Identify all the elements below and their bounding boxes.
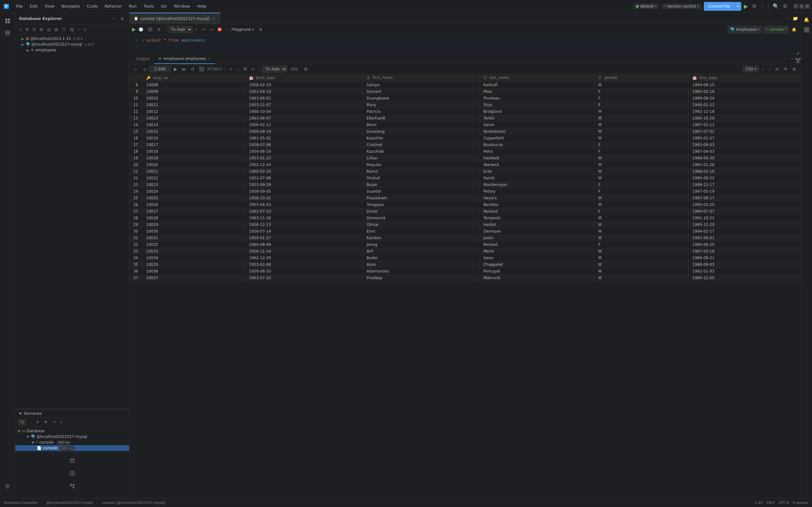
undo-btn[interactable]: ↩ <box>200 26 207 33</box>
connection-1[interactable]: ▶ 🖥 @localhost2023-1-15 0 of 4 <box>15 36 129 42</box>
tab-folder-btn[interactable]: 📁 <box>793 16 798 21</box>
services-up-btn[interactable]: ↑ <box>28 419 33 426</box>
current-file-dropdown[interactable]: ▾ <box>734 2 741 11</box>
table-row[interactable]: 35 10035 1953-02-08 Alain Chappelet M 19… <box>130 262 801 268</box>
transpose-btn[interactable]: ⇄ <box>774 66 780 72</box>
history-btn[interactable]: 🕐 <box>137 26 145 33</box>
tx-auto-select[interactable]: Tx: Auto <box>167 26 193 33</box>
table-row[interactable]: 10 10010 1963-06-01 Duangkaew Piveteau F… <box>130 95 801 102</box>
right-layout-btn[interactable] <box>802 25 811 34</box>
sidebar-link-btn[interactable]: ⛓ <box>68 26 75 33</box>
table-row[interactable]: 16 10016 1961-05-02 Kazuhito Cappelletti… <box>130 135 801 142</box>
ddl-button[interactable]: DDL <box>288 66 301 72</box>
results-tab-close-icon[interactable]: ✕ <box>208 57 211 60</box>
menu-navigate[interactable]: Navigate <box>58 3 83 10</box>
sidebar-add-btn[interactable]: + <box>18 26 23 33</box>
status-console[interactable]: console [@localhost2022327-mysql] <box>102 501 165 505</box>
editor-check-btn[interactable]: ✓ <box>796 51 801 57</box>
delete-row-btn[interactable]: − <box>235 66 241 72</box>
status-encoding[interactable]: UTF-8 <box>779 501 789 505</box>
settings-button[interactable]: ⚙ <box>781 3 789 9</box>
sidebar-collapse-btn[interactable]: ⊟ <box>46 26 52 33</box>
data-tx-select[interactable]: Tx: Auto <box>262 66 287 72</box>
table-row[interactable]: 21 10021 1960-02-20 Ramzi Erde M 1988-02… <box>130 168 801 175</box>
table-row[interactable]: 25 10025 1958-10-31 Prasadram Heyers M 1… <box>130 195 801 202</box>
first-page-btn[interactable]: ⏮ <box>132 66 140 72</box>
output-tab[interactable]: Output <box>132 54 154 64</box>
table-row[interactable]: 22 10022 1952-07-08 Shahaf Famili M 1995… <box>130 175 801 181</box>
table-row[interactable]: 18 10018 1954-06-19 Kazuhide Peha F 1987… <box>130 148 801 155</box>
menu-code[interactable]: Code <box>84 3 101 10</box>
employees-table[interactable]: ▶ 👁 employees <box>15 47 129 53</box>
global-run-button[interactable]: ▶ <box>743 3 750 10</box>
activity-settings2[interactable] <box>2 481 13 492</box>
default-selector[interactable]: ● default ▾ <box>633 3 659 9</box>
left-db-icon[interactable] <box>67 455 78 466</box>
results-more-btn[interactable]: ⋯ <box>790 56 794 61</box>
schema-selector[interactable]: ⚡ console ▾ <box>763 26 789 33</box>
sidebar-filter-btn[interactable]: ▽ <box>82 26 88 33</box>
table-row[interactable]: 8 10008 1958-02-19 Saniya Kalloufi M 199… <box>130 82 801 89</box>
activity-db[interactable] <box>2 27 13 39</box>
services-add2-btn[interactable]: + <box>59 419 64 426</box>
table-row[interactable]: 37 10037 1963-07-22 Pradeep Makrucki M 1… <box>130 275 801 281</box>
data-table-container[interactable]: 🔑 emp_no 📅 birth_date Ⓣ first_name <box>130 74 801 494</box>
sidebar-expand2-btn[interactable]: ⊞ <box>53 26 60 33</box>
run-query-button[interactable]: ▶ <box>132 26 136 32</box>
current-file-button[interactable]: Current File <box>704 2 734 11</box>
redo-btn[interactable]: ↪ <box>208 26 214 33</box>
table-row[interactable]: 14 10014 1956-02-12 Berni Genin M 1987-0… <box>130 122 801 128</box>
add-stmt-btn[interactable]: + <box>194 26 199 33</box>
notifications-btn[interactable]: 🔔 <box>790 26 798 33</box>
editor-tab-console[interactable]: 📋 console [@localhost2022327-mysql] ✕ <box>130 13 220 24</box>
sidebar-props-btn[interactable]: ⚙ <box>38 26 45 33</box>
status-conn[interactable]: @localhost2022327-mysql <box>46 501 93 505</box>
prev-page-btn[interactable]: ◀ <box>141 66 148 72</box>
table-row[interactable]: 30 10030 1958-07-14 Elvis Demeyer M 1994… <box>130 228 801 235</box>
table-view-btn[interactable]: ⊞ <box>258 26 264 33</box>
left-git-icon[interactable] <box>67 481 78 492</box>
minimize-button[interactable]: ─ <box>794 4 798 9</box>
data-tab[interactable]: ⊞ employees.employees ✕ <box>154 54 215 64</box>
sidebar-export-btn[interactable]: ↑ <box>76 26 82 33</box>
add-row-btn[interactable]: + <box>228 66 234 72</box>
menu-file[interactable]: File <box>13 3 26 10</box>
menu-tools[interactable]: Tools <box>141 3 157 10</box>
stop-load-btn[interactable]: ⬛ <box>197 66 206 72</box>
editor-diagram-btn[interactable] <box>796 58 801 64</box>
table-row[interactable]: 11 10011 1953-11-07 Mary Sluis F 1990-01… <box>130 102 801 108</box>
left-api-icon[interactable] <box>67 468 78 479</box>
services-close-btn[interactable]: ✕ <box>34 419 41 426</box>
playground-btn[interactable]: Playground ▾ <box>229 26 256 33</box>
upload-btn[interactable]: ↑ <box>767 66 772 72</box>
services-console-active-item[interactable]: 📄 console 980 ms <box>15 445 129 451</box>
csv-button[interactable]: CSV ▾ <box>743 66 759 72</box>
table-row[interactable]: 15 10015 1959-08-19 Guoxiang Nooteboom M… <box>130 128 801 135</box>
refresh-btn[interactable]: ↺ <box>189 66 196 72</box>
menu-edit[interactable]: Edit <box>27 3 41 10</box>
tab-close-icon[interactable]: ✕ <box>212 16 216 21</box>
services-conn-item[interactable]: ▼ 🐬 @localhost2022327-mysql <box>15 434 129 440</box>
status-line-ending[interactable]: CRLF <box>766 501 775 505</box>
version-control-selector[interactable]: ⑂ Version control ▾ <box>662 3 702 9</box>
menu-help[interactable]: Help <box>194 3 210 10</box>
table-row[interactable]: 29 10029 1956-12-13 Otmar Herbst M 1985-… <box>130 222 801 228</box>
table-row[interactable]: 26 10026 1953-04-03 Yongqiao Berztiss M … <box>130 202 801 208</box>
table-row[interactable]: 34 10034 1962-12-29 Bader Swan M 1988-09… <box>130 255 801 262</box>
table-row[interactable]: 13 10013 1963-06-07 Eberhardt Terkki M 1… <box>130 115 801 122</box>
status-position[interactable]: 1:24 <box>755 501 763 505</box>
sidebar-refresh-btn[interactable]: ↺ <box>31 26 38 33</box>
conn-selector[interactable]: 🐬 employees ▾ <box>728 26 762 33</box>
table-row[interactable]: 20 10020 1952-12-24 Mayuko Warwick M 199… <box>130 162 801 168</box>
activity-explorer[interactable] <box>2 15 13 26</box>
table-row[interactable]: 27 10027 1962-07-10 Divier Reistad F 198… <box>130 208 801 215</box>
table-row[interactable]: 33 10033 1956-11-14 Arif Merlo M 1987-03… <box>130 248 801 255</box>
maximize-button[interactable]: □ <box>799 4 804 9</box>
right-notifications-btn[interactable]: 🔔 <box>802 15 811 24</box>
next-page-btn[interactable]: ▶ <box>172 66 179 72</box>
tab-more-btn[interactable]: ⋯ <box>787 16 792 21</box>
revert-btn[interactable]: ↩ <box>250 66 257 72</box>
table-row[interactable]: 17 10017 1958-07-06 Cristinel Bouloucos … <box>130 142 801 148</box>
table-row[interactable]: 31 10031 1959-01-27 Karsten Joslin M 199… <box>130 235 801 241</box>
download-btn[interactable]: ↓ <box>760 66 766 72</box>
